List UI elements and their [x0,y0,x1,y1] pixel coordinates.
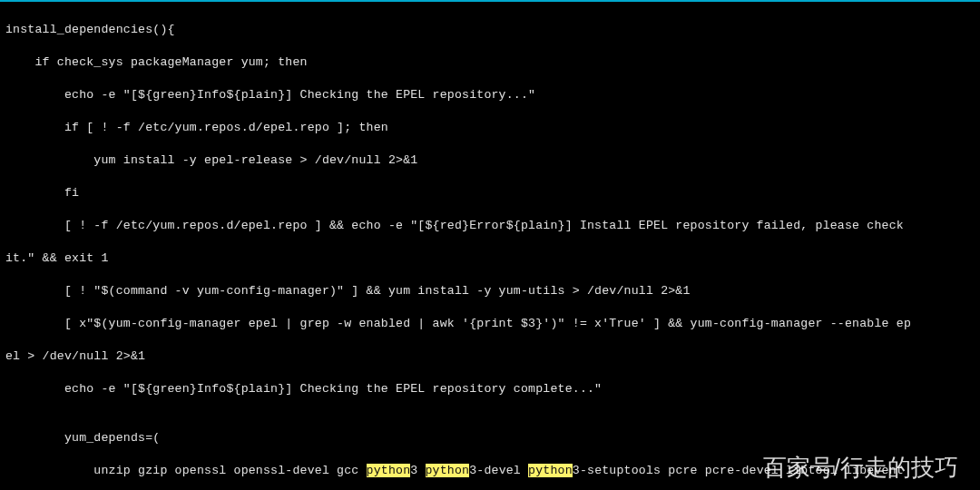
code-line: if [ ! -f /etc/yum.repos.d/epel.repo ]; … [5,120,975,136]
search-highlight: python [367,464,411,477]
code-line: yum install -y epel-release > /dev/null … [5,152,975,169]
code-line: if check_sys packageManager yum; then [5,54,975,71]
code-line: echo -e "[${green}Info${plain}] Checking… [5,381,975,397]
code-line: yum_depends=( [5,430,975,446]
terminal-output: install_dependencies(){ if check_sys pac… [0,2,980,490]
code-line: install_dependencies(){ [5,22,975,38]
code-line: fi [5,185,975,201]
code-line: [ ! -f /etc/yum.repos.d/epel.repo ] && e… [5,218,975,234]
watermark-text: 百家号/行走的技巧 [763,459,958,475]
search-highlight: python [528,464,573,477]
code-line: it." && exit 1 [5,250,975,267]
code-line: echo -e "[${green}Info${plain}] Checking… [5,87,975,103]
code-line: el > /dev/null 2>&1 [5,348,975,365]
code-line: [ ! "$(command -v yum-config-manager)" ]… [5,283,975,299]
code-line: [ x"$(yum-config-manager epel | grep -w … [5,316,975,332]
search-highlight: python [426,464,470,477]
